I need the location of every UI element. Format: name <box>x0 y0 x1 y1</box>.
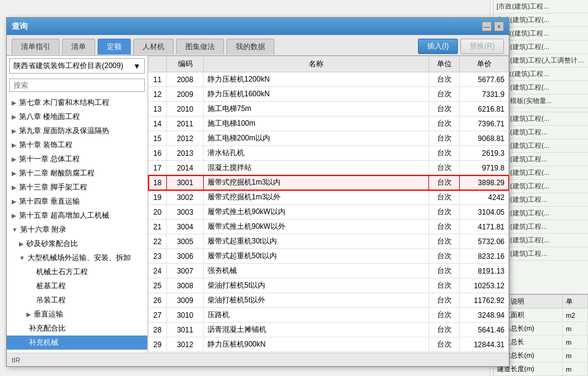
table-cell: 台次 <box>429 190 460 205</box>
table-cell: 18 <box>149 175 167 190</box>
table-cell: 3010 <box>167 308 204 323</box>
tree-item[interactable]: ▶第八章 楼地面工程 <box>7 110 147 124</box>
right-label-item: [市政(建筑)工程... <box>493 0 588 13</box>
tree-label: 第十六章 附录 <box>20 224 66 235</box>
tab-toolbar: 清单指引清单定额人材机图集做法我的数据 插入(I) 替换(R) <box>7 35 509 56</box>
search-input[interactable] <box>9 79 145 92</box>
table-cell: 3007 <box>167 264 204 278</box>
table-cell: 15 <box>149 131 167 146</box>
tree-label: 机械土石方工程 <box>36 267 88 277</box>
table-row[interactable]: 263009柴油打桩机5t以外台次11762.92 <box>149 293 509 308</box>
search-box <box>9 79 145 92</box>
table-cell: 3248.94 <box>460 308 509 323</box>
replace-button[interactable]: 替换(R) <box>460 39 504 54</box>
tree-item[interactable]: 补充配合比 <box>7 321 147 336</box>
table-cell: 24 <box>149 264 167 278</box>
tree-item[interactable]: ▶垂直运输 <box>7 307 147 321</box>
bottom-bar: tIR <box>7 353 509 366</box>
tree-item[interactable]: ▶第十三章 脚手架工程 <box>7 180 147 194</box>
table-cell: 施工电梯100m <box>204 117 429 131</box>
insert-button[interactable]: 插入(I) <box>418 39 458 54</box>
tree-panel: 陕西省建筑装饰工程价目表(2009) ▼ ▶第七章 木门窗和木结构工程▶第八章 … <box>7 56 148 353</box>
table-row[interactable]: 283011沥青混凝土摊铺机台次5641.46 <box>149 323 509 337</box>
table-row[interactable]: 213004履带式推土机90kW以外台次4171.81 <box>149 220 509 234</box>
tree-arrow-icon: ▼ <box>19 255 25 261</box>
table-row[interactable]: 233006履带式起重机50t以内台次8232.16 <box>149 249 509 264</box>
table-cell: 7396.71 <box>460 117 509 131</box>
tree-item[interactable]: ▶第十五章 超高增加人工机械 <box>7 209 147 223</box>
table-cell: 5732.06 <box>460 234 509 249</box>
table-row[interactable]: 172014混凝土搅拌站台次9719.8 <box>149 161 509 175</box>
tree-arrow-icon: ▶ <box>12 156 17 163</box>
tree-label: 补充机械 <box>29 337 58 348</box>
tree-item[interactable]: ▼大型机械场外运输、安装、拆卸 <box>7 251 147 265</box>
tab-清单指引[interactable]: 清单指引 <box>12 39 60 55</box>
tree-item[interactable]: ▶第十章 装饰工程 <box>7 138 147 152</box>
table-cell: 台次 <box>429 220 460 234</box>
vars-cell: m <box>562 322 587 336</box>
tree-item[interactable]: ▶第十一章 总体工程 <box>7 152 147 166</box>
table-row[interactable]: 132010施工电梯75m台次6216.81 <box>149 102 509 117</box>
table-row[interactable]: 243007强夯机械台次8191.13 <box>149 264 509 278</box>
table-row[interactable]: 142011施工电梯100m台次7396.71 <box>149 117 509 131</box>
tree-area: ▶第七章 木门窗和木结构工程▶第八章 楼地面工程▶第九章 屋面防水及保温隔热▶第… <box>7 94 147 353</box>
tree-arrow-icon: ▶ <box>12 198 17 205</box>
table-row[interactable]: 152012施工电梯200m以内台次9068.81 <box>149 131 509 146</box>
tree-item[interactable]: ▼第十六章 附录 <box>7 223 147 237</box>
table-cell: 3012 <box>167 337 204 352</box>
table-row[interactable]: 183001履带式挖掘机1m3以内台次3898.29 <box>149 175 509 190</box>
table-cell: 16 <box>149 146 167 161</box>
table-row[interactable]: 253008柴油打桩机5t以内台次10253.12 <box>149 278 509 293</box>
table-row[interactable]: 162013潜水钻孔机台次2619.3 <box>149 146 509 161</box>
tab-人材机[interactable]: 人材机 <box>133 39 174 55</box>
table-cell: 3011 <box>167 323 204 337</box>
table-cell: 台次 <box>429 249 460 264</box>
tree-label: 第十章 装饰工程 <box>19 140 72 150</box>
tree-arrow-icon: ▶ <box>12 113 17 120</box>
table-cell: 柴油打桩机5t以外 <box>204 293 429 308</box>
table-cell: 潜水钻孔机 <box>204 146 429 161</box>
tree-item[interactable]: 补充机械 <box>7 336 147 350</box>
tab-我的数据[interactable]: 我的数据 <box>226 39 274 55</box>
tree-item[interactable]: 吊装工程 <box>7 293 147 307</box>
close-button[interactable]: × <box>494 21 504 31</box>
col-header-2: 名称 <box>204 56 429 72</box>
table-cell: 3009 <box>167 293 204 308</box>
query-dialog: 查询 — × 清单指引清单定额人材机图集做法我的数据 插入(I) 替换(R) 陕… <box>6 17 509 367</box>
tree-item[interactable]: ▶第九章 屋面防水及保温隔热 <box>7 124 147 138</box>
col-header-4: 单价 <box>460 56 509 72</box>
col-header-3: 单位 <box>429 56 460 72</box>
table-cell: 台次 <box>429 337 460 352</box>
table-cell: 2014 <box>167 161 204 175</box>
table-row[interactable]: 293012静力压桩机900kN台次12844.31 <box>149 337 509 352</box>
table-cell: 强夯机械 <box>204 264 429 278</box>
tab-图集做法[interactable]: 图集做法 <box>176 39 224 55</box>
table-cell: 29 <box>149 337 167 352</box>
bottom-sdzc: tIR <box>12 356 20 364</box>
table-cell: 11762.92 <box>460 293 509 308</box>
tree-item[interactable]: ▶砂及砂浆配合比 <box>7 237 147 251</box>
table-row[interactable]: 203003履带式推土机90kW以内台次3104.05 <box>149 205 509 220</box>
tree-item[interactable]: 机械土石方工程 <box>7 265 147 279</box>
content-area: 陕西省建筑装饰工程价目表(2009) ▼ ▶第七章 木门窗和木结构工程▶第八章 … <box>7 56 509 353</box>
table-row[interactable]: 112008静力压桩机1200kN台次5677.65 <box>149 72 509 87</box>
table-row[interactable]: 193002履带式挖掘机1m3以外台次4242 <box>149 190 509 205</box>
tree-label: 第九章 屋面防水及保温隔热 <box>19 126 109 136</box>
table-container: 编码名称单位单价 112008静力压桩机1200kN台次5677.6512200… <box>148 56 509 353</box>
vars-cell: m <box>562 363 587 376</box>
table-row[interactable]: 223005履带式起重机30t以内台次5732.06 <box>149 234 509 249</box>
tree-item[interactable]: 桩基工程 <box>7 279 147 293</box>
category-dropdown[interactable]: 陕西省建筑装饰工程价目表(2009) ▼ <box>9 58 145 74</box>
tab-清单[interactable]: 清单 <box>62 39 95 55</box>
tree-label: 第七章 木门窗和木结构工程 <box>19 98 109 108</box>
tree-item[interactable]: ▶第十四章 垂直运输 <box>7 194 147 209</box>
tree-item[interactable]: ▶第十二章 耐酸防腐工程 <box>7 166 147 180</box>
table-cell: 台次 <box>429 264 460 278</box>
tree-item[interactable]: ▶第七章 木门窗和木结构工程 <box>7 96 147 110</box>
tab-定额[interactable]: 定额 <box>98 39 131 55</box>
table-row[interactable]: 273010压路机台次3248.94 <box>149 308 509 323</box>
table-cell: 施工电梯75m <box>204 102 429 117</box>
table-cell: 台次 <box>429 278 460 293</box>
table-row[interactable]: 122009静力压桩机1600kN台次7331.9 <box>149 87 509 102</box>
minimize-button[interactable]: — <box>482 21 492 31</box>
